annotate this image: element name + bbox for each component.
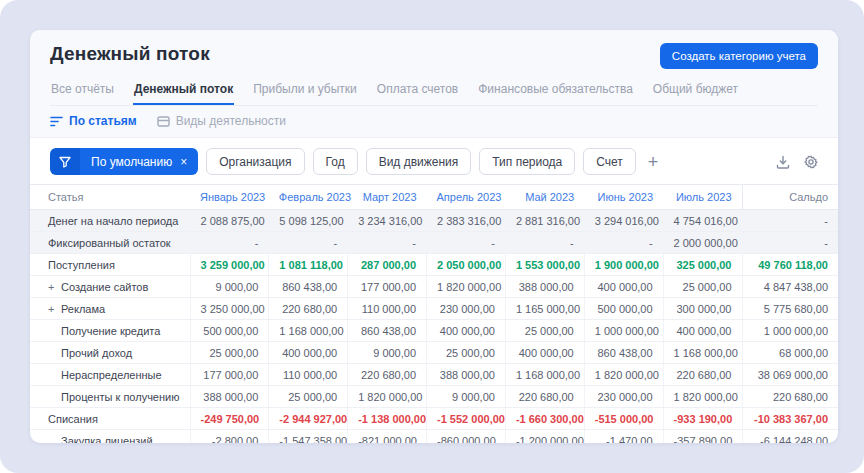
value-cell: 1 081 118,00 <box>269 254 348 276</box>
value-cell: 400 000,00 <box>269 342 348 364</box>
value-cell: 3 250 000,00 <box>190 298 269 320</box>
row-label[interactable]: Нераспределенные <box>30 364 190 386</box>
table-row[interactable]: Получение кредита500 000,001 168 000,008… <box>30 320 838 342</box>
default-filter-chip[interactable]: По умолчанию × <box>50 148 198 175</box>
value-cell: -1 138 000,00 <box>348 408 427 430</box>
filter-pill[interactable]: Год <box>313 148 358 175</box>
value-cell: -357 890,00 <box>663 430 742 444</box>
column-header-month[interactable]: Апрель 2023 <box>427 185 506 210</box>
value-cell: 25 000,00 <box>269 386 348 408</box>
row-label[interactable]: Денег на начало периода <box>30 210 190 232</box>
value-cell: 38 069 000,00 <box>742 364 838 386</box>
row-label[interactable]: Проценты к получению <box>30 386 190 408</box>
filter-pill[interactable]: Тип периода <box>479 148 575 175</box>
value-cell: 230 000,00 <box>427 298 506 320</box>
value-cell: 1 820 000,00 <box>348 386 427 408</box>
value-cell: 2 881 316,00 <box>505 210 584 232</box>
row-label[interactable]: +Создание сайтов <box>30 276 190 298</box>
value-cell: -6 144 248,00 <box>742 430 838 444</box>
view-mode-activity-types[interactable]: Виды деятельности <box>157 114 286 128</box>
filter-pill[interactable]: Организация <box>206 148 304 175</box>
value-cell: -2 800,00 <box>190 430 269 444</box>
value-cell: 9 000,00 <box>190 276 269 298</box>
value-cell: 3 234 316,00 <box>348 210 427 232</box>
table-row[interactable]: Закупка лицензий-2 800,00-1 547 358,00-8… <box>30 430 838 444</box>
row-label[interactable]: Получение кредита <box>30 320 190 342</box>
value-cell: 4 847 438,00 <box>742 276 838 298</box>
column-header-saldo: Сальдо <box>742 185 838 210</box>
value-cell: 4 754 016,00 <box>663 210 742 232</box>
row-label[interactable]: Закупка лицензий <box>30 430 190 444</box>
column-header-month[interactable]: Май 2023 <box>505 185 584 210</box>
value-cell: 2 088 875,00 <box>190 210 269 232</box>
settings-gear-icon[interactable] <box>804 155 818 169</box>
value-cell: -821 000,00 <box>348 430 427 444</box>
value-cell: 400 000,00 <box>427 320 506 342</box>
tab-item[interactable]: Общий бюджет <box>652 78 739 105</box>
table-actions <box>776 155 818 169</box>
value-cell: 388 000,00 <box>190 386 269 408</box>
value-cell: - <box>584 232 663 254</box>
value-cell: 1 553 000,00 <box>505 254 584 276</box>
column-header-month[interactable]: Июль 2023 <box>663 185 742 210</box>
value-cell: -1 470,00 <box>584 430 663 444</box>
rows-icon <box>157 116 170 127</box>
report-tabs: Все отчётыДенежный потокПрибыли и убытки… <box>50 78 818 106</box>
table-row[interactable]: Денег на начало периода2 088 875,005 098… <box>30 210 838 232</box>
table-row[interactable]: Списания-249 750,00-2 944 927,00-1 138 0… <box>30 408 838 430</box>
column-header-month[interactable]: Январь 2023 <box>190 185 269 210</box>
row-label[interactable]: Фиксированный остаток <box>30 232 190 254</box>
value-cell: 500 000,00 <box>584 298 663 320</box>
expand-plus-icon[interactable]: + <box>48 303 61 315</box>
column-header-month[interactable]: Февраль 2023 <box>269 185 348 210</box>
value-cell: 220 680,00 <box>505 386 584 408</box>
value-cell: - <box>742 210 838 232</box>
table-row[interactable]: Проценты к получению388 000,0025 000,001… <box>30 386 838 408</box>
value-cell: -2 944 927,00 <box>269 408 348 430</box>
value-cell: 287 000,00 <box>348 254 427 276</box>
view-mode-label: Виды деятельности <box>176 114 286 128</box>
expand-plus-icon[interactable]: + <box>48 281 61 293</box>
column-header-month[interactable]: Июнь 2023 <box>584 185 663 210</box>
table-row[interactable]: Поступления3 259 000,001 081 118,00287 0… <box>30 254 838 276</box>
row-label[interactable]: Списания <box>30 408 190 430</box>
value-cell: 1 900 000,00 <box>584 254 663 276</box>
value-cell: 9 000,00 <box>427 386 506 408</box>
value-cell: 5 775 680,00 <box>742 298 838 320</box>
tab-item[interactable]: Все отчёты <box>50 78 115 105</box>
value-cell: 400 000,00 <box>505 342 584 364</box>
download-icon[interactable] <box>776 155 790 169</box>
create-category-button[interactable]: Создать категорию учета <box>660 43 818 69</box>
value-cell: 5 098 125,00 <box>269 210 348 232</box>
value-cell: 110 000,00 <box>348 298 427 320</box>
table-row[interactable]: Нераспределенные177 000,00110 000,00220 … <box>30 364 838 386</box>
value-cell: 25 000,00 <box>427 342 506 364</box>
table-row[interactable]: Прочий доход25 000,00400 000,009 000,002… <box>30 342 838 364</box>
report-card: Денежный поток Создать категорию учета В… <box>30 30 838 443</box>
tab-item[interactable]: Оплата счетов <box>376 78 459 105</box>
view-mode-by-articles[interactable]: По статьям <box>50 114 137 128</box>
table-row[interactable]: +Реклама3 250 000,00220 680,00110 000,00… <box>30 298 838 320</box>
tab-item[interactable]: Прибыли и убытки <box>252 78 358 105</box>
tab-active[interactable]: Денежный поток <box>133 78 234 105</box>
row-label[interactable]: Поступления <box>30 254 190 276</box>
filter-pill[interactable]: Счет <box>583 148 636 175</box>
table-row[interactable]: +Создание сайтов9 000,00860 438,00177 00… <box>30 276 838 298</box>
row-label[interactable]: Прочий доход <box>30 342 190 364</box>
row-label[interactable]: +Реклама <box>30 298 190 320</box>
chip-label: По умолчанию <box>91 155 172 169</box>
value-cell: - <box>505 232 584 254</box>
value-cell: 500 000,00 <box>190 320 269 342</box>
value-cell: -1 660 300,00 <box>505 408 584 430</box>
value-cell: 3 259 000,00 <box>190 254 269 276</box>
add-filter-button[interactable]: + <box>644 153 663 171</box>
value-cell: 25 000,00 <box>190 342 269 364</box>
chip-close-icon[interactable]: × <box>180 155 187 169</box>
value-cell: 2 050 000,00 <box>427 254 506 276</box>
filter-bar: По умолчанию × ОрганизацияГодВид движени… <box>30 138 838 184</box>
value-cell: 25 000,00 <box>663 276 742 298</box>
filter-pill[interactable]: Вид движения <box>366 148 472 175</box>
table-row[interactable]: Фиксированный остаток------2 000 000,00- <box>30 232 838 254</box>
tab-item[interactable]: Финансовые обязательства <box>477 78 634 105</box>
column-header-month[interactable]: Март 2023 <box>348 185 427 210</box>
